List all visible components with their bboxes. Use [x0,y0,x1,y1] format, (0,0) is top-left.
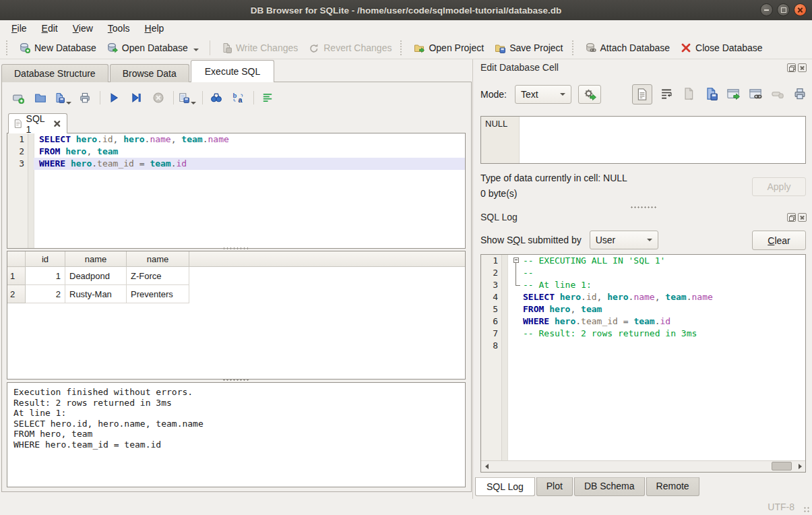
log-horizontal-scrollbar[interactable] [481,460,805,472]
save-project-button[interactable]: Save Project [489,40,568,56]
menu-item-view[interactable]: View [65,22,100,35]
export-to-file-button[interactable] [704,87,719,102]
menu-item-file[interactable]: File [4,22,34,35]
column-header-id[interactable]: id [26,251,65,267]
sql-code-editor[interactable]: 1SELECT hero.id, hero.name, team.name2FR… [7,133,466,249]
dock-tab-sql-log[interactable]: SQL Log [475,477,535,496]
close-button[interactable] [794,3,807,16]
close-dock-icon[interactable] [798,213,807,222]
open-project-button[interactable]: Open Project [408,40,489,56]
scroll-left-icon[interactable] [481,461,492,471]
sql-log-view[interactable]: 1-- EXECUTING ALL IN 'SQL 1'2--3-- At li… [480,254,806,473]
sql-tab[interactable]: SQL 1 [8,113,67,133]
minimize-button[interactable] [760,3,773,16]
new-sql-tab-button[interactable] [9,89,27,107]
maximize-button[interactable] [777,3,790,16]
table-row[interactable]: 22Rusty-ManPreventers [7,285,465,303]
line-number: 2 [481,267,501,279]
pane-divider[interactable] [472,59,473,499]
open-file-icon [34,92,46,104]
cell-type-text: Type of data currently in cell: NULL [480,173,627,183]
message-line: At line 1: [13,408,459,419]
word-wrap-button[interactable] [660,87,675,102]
table-cell[interactable]: Deadpond [65,267,127,285]
save-file-icon [54,92,65,104]
new-database-button[interactable]: New Database [14,40,102,56]
find-replace-button[interactable]: ba [230,89,247,107]
tab-database-structure[interactable]: Database Structure [1,64,108,82]
toolbar-button-label: Open Project [429,42,484,53]
open-in-external-button[interactable] [726,87,741,102]
clear-log-button[interactable]: Clear [752,231,806,250]
save-results-view-button[interactable] [179,89,196,107]
code-text: -- [507,267,805,279]
table-cell[interactable]: Z-Force [127,267,189,285]
resize-grip[interactable] [803,506,810,513]
header-filler [189,251,466,267]
dock-tab-plot[interactable]: Plot [536,477,573,496]
scroll-right-icon[interactable] [794,461,805,471]
log-filter-select[interactable]: User [590,231,658,249]
dropdown-caret-icon[interactable] [193,49,199,51]
cell-value-editor[interactable]: NULL [480,116,806,164]
mode-value: Text [521,89,538,100]
table-cell[interactable]: Rusty-Man [65,285,127,303]
tab-browse-data[interactable]: Browse Data [110,64,189,82]
project-open-icon [414,42,425,53]
execute-all-button[interactable] [105,89,123,107]
dropdown-caret-icon[interactable] [66,102,71,104]
code-text: FROM hero, team [34,146,465,158]
code-text: -- EXECUTING ALL IN 'SQL 1' [507,255,805,267]
tab-execute-sql[interactable]: Execute SQL [191,60,275,82]
column-header-name[interactable]: name [65,251,127,267]
dock-splitter[interactable] [630,206,657,208]
dropdown-caret-icon[interactable] [191,102,196,104]
menu-item-help[interactable]: Help [137,22,172,35]
menu-item-edit[interactable]: Edit [34,22,65,35]
float-dock-icon[interactable] [787,213,796,222]
menu-item-tools[interactable]: Tools [100,22,137,35]
code-text: FROM hero, team [507,303,805,315]
table-cell[interactable]: 2 [26,285,65,303]
attach-database-button[interactable]: Attach Database [580,40,676,56]
open-database-button[interactable]: Open Database [102,40,204,56]
mode-select[interactable]: Text [515,85,571,104]
execute-current-line-button[interactable] [127,89,145,107]
scrollbar-thumb[interactable] [772,462,792,471]
close-dock-icon[interactable] [798,63,807,72]
print-sql-button[interactable] [76,89,94,107]
code-text [507,340,805,352]
play-icon [108,92,120,104]
fold-marker-space [513,303,523,315]
column-header-name[interactable]: name [127,251,189,267]
results-message-splitter[interactable] [222,379,249,381]
close-tab-icon[interactable] [53,119,61,129]
results-grid[interactable]: idnamename11DeadpondZ-Force22Rusty-ManPr… [7,251,466,380]
print-cell-button[interactable] [793,87,808,102]
save-sql-file-button[interactable] [54,89,71,107]
table-cell[interactable]: 1 [26,267,65,285]
open-sql-file-button[interactable] [32,89,49,107]
fold-marker-icon[interactable] [513,255,523,267]
revert-changes-icon [309,42,319,53]
dock-tab-remote[interactable]: Remote [646,477,699,496]
dock-tab-db-schema[interactable]: DB Schema [574,477,645,496]
row-header: 1 [7,267,26,285]
toolbar-drag-handle[interactable] [6,40,11,55]
print-icon [79,92,91,104]
text-view-button[interactable] [632,84,652,104]
editor-results-splitter[interactable] [222,247,249,249]
float-dock-icon[interactable] [787,63,796,72]
set-null-icon [771,87,784,100]
table-row[interactable]: 11DeadpondZ-Force [7,267,465,285]
stop-icon [152,92,164,104]
table-cell[interactable]: Preventers [127,285,189,303]
copy-link-button[interactable] [749,87,763,102]
find-button[interactable] [208,89,225,107]
toolbar-drag-handle[interactable] [572,40,577,55]
close-database-button[interactable]: Close Database [675,40,768,56]
format-sql-button[interactable] [259,89,276,107]
toolbar-drag-handle[interactable] [400,40,405,55]
apply-cell-data-button[interactable] [578,85,601,104]
edit-cell-dock-buttons [787,63,807,72]
